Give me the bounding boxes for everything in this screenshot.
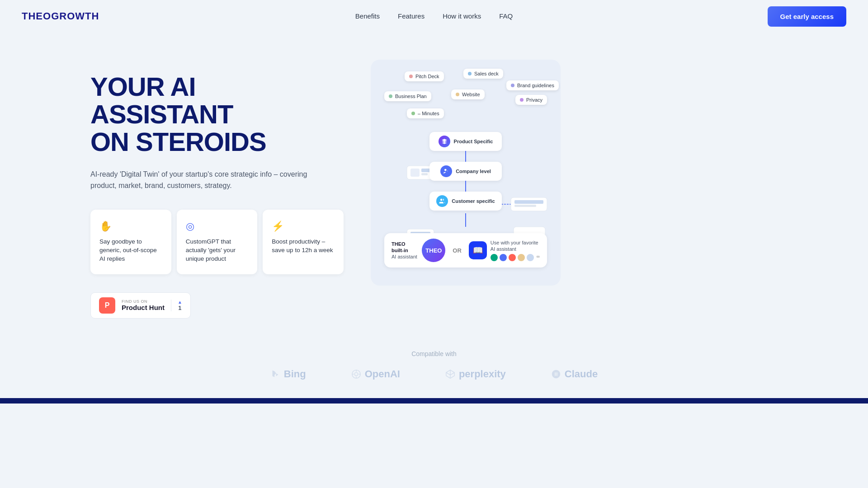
svg-rect-13 (514, 200, 543, 204)
bing-logo: Bing (270, 368, 306, 380)
flow-nodes: Product Specific Company level Custo (429, 132, 502, 211)
hero-section: YOUR AI ASSISTANT ON STEROIDS AI-ready '… (0, 33, 868, 337)
logo-growth: GROWTH (51, 10, 99, 22)
tag-business-plan: Business Plan (384, 91, 431, 101)
connector-1 (465, 151, 466, 162)
perplexity-dot (509, 254, 516, 261)
lightning-icon: ⚡ (272, 221, 335, 232)
nav-how-it-works[interactable]: How it works (443, 12, 481, 20)
claude-logo: Claude (551, 368, 598, 380)
customer-icon (436, 195, 448, 207)
ph-vote-count: 1 (178, 305, 181, 311)
theo-built-in: THEO built-inAI assistant (392, 241, 418, 260)
claude-dot (500, 254, 507, 261)
use-with-label: Use with your favorite AI assistant (491, 239, 540, 253)
logo-theo: THEO (22, 10, 51, 22)
product-hunt-badge[interactable]: P FIND US ON Product Hunt ▲ 1 (90, 292, 191, 319)
logo[interactable]: THEOGROWTH (22, 10, 99, 22)
bing-dot (518, 254, 525, 261)
company-icon (440, 165, 452, 177)
ph-votes: ▲ 1 (171, 300, 182, 311)
book-icon: 📖 (469, 241, 487, 259)
ph-arrow-icon: ▲ (178, 300, 182, 305)
connector-2 (465, 181, 466, 192)
feature-text-1: Say goodbye to generic, out-of-scope AI … (99, 238, 162, 263)
hero-subtitle: AI-ready 'Digital Twin' of your startup'… (90, 169, 316, 192)
node-customer-label: Customer specific (452, 198, 495, 204)
svg-rect-14 (514, 205, 536, 207)
nav-benefits[interactable]: Benefits (355, 12, 380, 20)
tag-brand-guidelines: Brand guidelines (506, 80, 559, 90)
feature-card-2: ◎ CustomGPT that actually 'gets' your un… (177, 210, 258, 274)
node-company-label: Company level (456, 169, 491, 174)
product-icon (439, 136, 450, 147)
node-company-level: Company level (429, 162, 502, 181)
node-customer-specific: Customer specific (429, 192, 502, 211)
circle-icon: ◎ (186, 221, 249, 232)
tag-privacy: Privacy (515, 95, 547, 105)
ph-name: Product Hunt (122, 304, 165, 311)
diagram-panel: Pitch Deck Sales deck Brand guidelines B… (371, 60, 561, 286)
built-in-label: THEO built-inAI assistant (392, 241, 418, 260)
diagram-bottom: THEO built-inAI assistant THEO OR 📖 Use … (384, 233, 547, 267)
svg-point-26 (448, 171, 448, 171)
hand-icon: ✋ (99, 221, 162, 232)
tag-minutes: – Minutes (407, 108, 444, 118)
product-hunt-icon: P (99, 297, 115, 314)
get-early-access-button[interactable]: Get early access (768, 6, 846, 27)
feature-card-1: ✋ Say goodbye to generic, out-of-scope A… (90, 210, 171, 274)
node-product-label: Product Specific (454, 139, 493, 144)
tag-sales-deck: Sales deck (463, 69, 503, 79)
use-with-section: Use with your favorite AI assistant ∞ (491, 239, 540, 262)
feature-text-3: Boost productivity – save up to 12h a we… (272, 238, 335, 255)
product-hunt-info: FIND US ON Product Hunt (122, 299, 165, 311)
ai-icons: ∞ (491, 254, 540, 261)
node-product-specific: Product Specific (429, 132, 502, 151)
tag-pitch-deck: Pitch Deck (405, 71, 444, 81)
compatible-logos: Bing OpenAI perplexity Claude (0, 368, 868, 380)
svg-rect-11 (421, 169, 430, 172)
hero-left: YOUR AI ASSISTANT ON STEROIDS AI-ready '… (90, 60, 344, 319)
svg-rect-8 (511, 197, 547, 211)
svg-rect-12 (421, 173, 428, 175)
ph-find-label: FIND US ON (122, 299, 165, 304)
nav-links: Benefits Features How it works FAQ (355, 12, 513, 20)
feature-cards: ✋ Say goodbye to generic, out-of-scope A… (90, 210, 344, 274)
or-label: OR (449, 247, 465, 254)
feature-card-3: ⚡ Boost productivity – save up to 12h a … (263, 210, 344, 274)
theo-avatar: THEO (422, 239, 445, 262)
compatible-section: Compatible with Bing OpenAI perplexity C… (0, 337, 868, 398)
tag-website: Website (451, 89, 485, 99)
nav-features[interactable]: Features (398, 12, 425, 20)
diagram-container: Pitch Deck Sales deck Brand guidelines B… (380, 69, 552, 277)
feature-text-2: CustomGPT that actually 'gets' your uniq… (186, 238, 249, 263)
svg-point-27 (440, 199, 443, 201)
navbar: THEOGROWTH Benefits Features How it work… (0, 0, 868, 33)
openai-logo: OpenAI (351, 368, 400, 380)
perplexity-logo: perplexity (445, 368, 506, 380)
openai-dot (491, 254, 498, 261)
svg-rect-10 (410, 169, 420, 177)
extra-dot (527, 254, 534, 261)
svg-point-25 (444, 169, 447, 171)
infinity-icon: ∞ (537, 254, 540, 261)
footer-bar (0, 398, 868, 404)
compatible-label: Compatible with (0, 350, 868, 357)
nav-faq[interactable]: FAQ (499, 12, 513, 20)
hero-title: YOUR AI ASSISTANT ON STEROIDS (90, 73, 344, 156)
